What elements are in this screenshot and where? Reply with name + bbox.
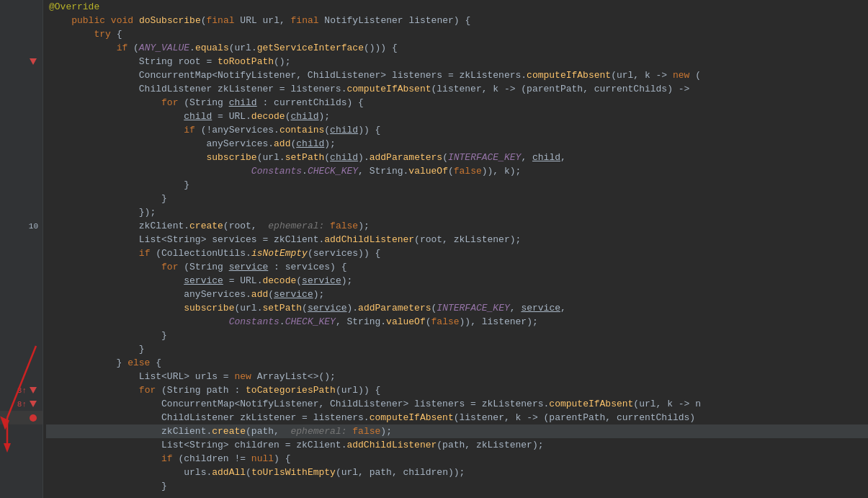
- code-line-5: String root = toRootPath();: [46, 55, 868, 68]
- gutter-line-18: [0, 233, 42, 246]
- gutter-line-11: [0, 137, 42, 151]
- code-line-15: }: [46, 192, 868, 205]
- code-line-18: List<String> services = zkClient.addChil…: [46, 233, 868, 246]
- code-line-20: for (String service : services) {: [46, 260, 868, 274]
- gutter-line-21: [0, 274, 42, 288]
- code-line-21: service = URL.decode(service);: [46, 274, 868, 288]
- bookmark-icon-3: [28, 399, 38, 409]
- gutter-line-6: [0, 68, 42, 82]
- gutter-line-22: [0, 288, 42, 301]
- gutter-line-28: [0, 370, 42, 383]
- gutter-line-9: [0, 110, 42, 123]
- bookmark-icon-1: [28, 57, 38, 67]
- code-line-31: ChildListener zkListener = listeners.com…: [46, 411, 868, 424]
- gutter-line-8: [0, 96, 42, 110]
- code-line-19: if (CollectionUtils.isNotEmpty(services)…: [46, 246, 868, 260]
- code-line-6: ConcurrentMap<NotifyListener, ChildListe…: [46, 68, 868, 82]
- gutter-line-7: [0, 82, 42, 96]
- gutter-line-15: [0, 192, 42, 205]
- code-line-8: for (String child : currentChilds) {: [46, 96, 868, 110]
- code-editor: @Override public void doSubscribe(final …: [43, 0, 868, 498]
- gutter-line-23: [0, 301, 42, 315]
- gutter-line-32: [0, 424, 42, 438]
- code-line-23: subscribe(url.setPath(service).addParame…: [46, 301, 868, 315]
- gutter-line-26: [0, 342, 42, 356]
- code-line-4: if (ANY_VALUE.equals(url.getServiceInter…: [46, 41, 868, 55]
- code-line-14: }: [46, 178, 868, 192]
- code-line-16: });: [46, 205, 868, 219]
- code-line-29: for (String path : toCategoriesPath(url)…: [46, 383, 868, 397]
- code-line-24: Constants.CHECK_KEY, String.valueOf(fals…: [46, 315, 868, 329]
- code-line-3: try {: [46, 27, 868, 41]
- gutter-line-14: [0, 178, 42, 192]
- code-line-34: if (children != null) {: [46, 452, 868, 466]
- gutter-line-30: 8↑: [0, 397, 42, 411]
- gutter-line-2: [0, 14, 42, 27]
- gutter-line-24: [0, 315, 42, 329]
- code-line-13: Constants.CHECK_KEY, String.valueOf(fals…: [46, 164, 868, 178]
- gutter-line-35: [0, 466, 42, 479]
- gutter-line-12: [0, 151, 42, 164]
- gutter-line-33: [0, 438, 42, 452]
- code-line-27: } else {: [46, 356, 868, 370]
- code-line-2: public void doSubscribe(final URL url, f…: [46, 14, 868, 27]
- gutter-line-27: [0, 356, 42, 370]
- code-line-7: ChildListener zkListener = listeners.com…: [46, 82, 868, 96]
- gutter-line-3: [0, 27, 42, 41]
- code-gutter: 10 3↑ 8↑: [0, 0, 43, 498]
- code-line-10: if (!anyServices.contains(child)) {: [46, 123, 868, 137]
- code-line-12: subscribe(url.setPath(child).addParamete…: [46, 151, 868, 164]
- code-line-17: zkClient.create(root, ephemeral: false);: [46, 219, 868, 233]
- gutter-line-20: [0, 260, 42, 274]
- gutter-line-16: [0, 205, 42, 219]
- code-line-28: List<URL> urls = new ArrayList<>();: [46, 370, 868, 383]
- gutter-line-34: [0, 452, 42, 466]
- code-line-35: urls.addAll(toUrlsWithEmpty(url, path, c…: [46, 466, 868, 479]
- code-line-9: child = URL.decode(child);: [46, 110, 868, 123]
- gutter-line-10: [0, 123, 42, 137]
- code-line-33: List<String> children = zkClient.addChil…: [46, 438, 868, 452]
- gutter-line-29: 3↑: [0, 383, 42, 397]
- code-line-26: }: [46, 342, 868, 356]
- code-line-11: anyServices.add(child);: [46, 137, 868, 151]
- gutter-line-4: [0, 41, 42, 55]
- gutter-line-25: [0, 329, 42, 342]
- bookmark-icon-2: [28, 386, 38, 396]
- gutter-line-5: [0, 55, 42, 68]
- code-line-22: anyServices.add(service);: [46, 288, 868, 301]
- gutter-line-1: [0, 0, 42, 14]
- code-line-30: ConcurrentMap<NotifyListener, ChildListe…: [46, 397, 868, 411]
- gutter-line-31: [0, 411, 42, 424]
- breakpoint-icon-1: [28, 413, 38, 423]
- gutter-line-13: [0, 164, 42, 178]
- code-line-32: zkClient.create(path, ephemeral: false);: [46, 424, 868, 438]
- gutter-line-19: [0, 246, 42, 260]
- code-line-1: @Override: [46, 0, 868, 14]
- code-line-36: }: [46, 479, 868, 493]
- code-line-25: }: [46, 329, 868, 342]
- gutter-line-17: 10: [0, 219, 42, 233]
